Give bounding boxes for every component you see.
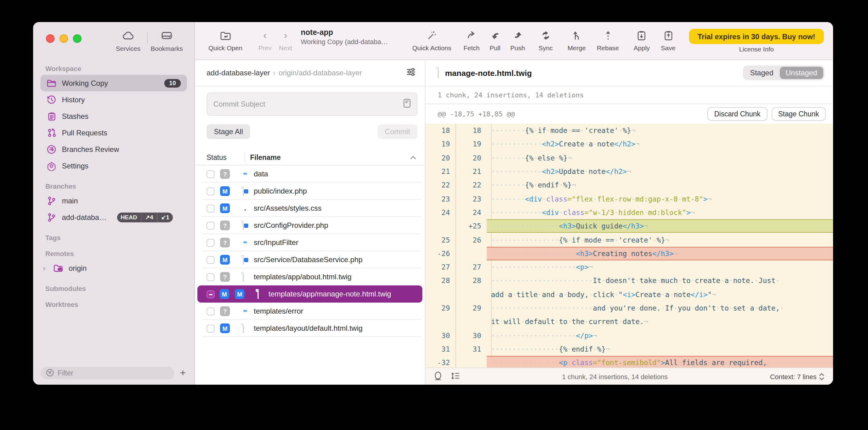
staged-tab[interactable]: Staged [744, 67, 779, 79]
add-repository-button[interactable]: + [179, 368, 187, 378]
status-badge: ? [220, 306, 230, 316]
diff-line[interactable]: add·a·title·and·a·body,·click·"<i>Create… [426, 288, 833, 301]
prev-button[interactable]: ‹ Prev [258, 28, 272, 52]
stage-all-button[interactable]: Stage All [207, 124, 250, 139]
breadcrumb-branch[interactable]: add-database-layer [207, 69, 270, 77]
line-height-icon[interactable] [451, 371, 460, 382]
sidebar-item-main[interactable]: main [40, 192, 187, 209]
file-row[interactable]: Mpublic/index.php [195, 183, 425, 200]
stage-checkbox[interactable] [207, 239, 215, 246]
save-button[interactable]: Save [661, 28, 676, 52]
quick-open-button[interactable]: Quick Open [209, 28, 242, 52]
services-button[interactable]: Services [110, 31, 146, 52]
diff-line[interactable]: 3030····················</p>¬ [426, 329, 833, 342]
disclosure-chevron-icon[interactable]: › [43, 264, 48, 272]
trial-banner-button[interactable]: Trial expires in 30 days. Buy now! [689, 29, 824, 44]
diff-line[interactable]: 2828························It·doesn't·t… [426, 274, 833, 288]
stage-chunk-button[interactable]: Stage Chunk [771, 107, 826, 121]
status-column-header[interactable]: Status [207, 154, 245, 161]
sidebar-item-settings[interactable]: Settings [40, 158, 187, 174]
diff-line[interactable]: it·will·default·to·the·current·date.¬ [426, 315, 833, 329]
filter-input[interactable]: Filter [40, 367, 174, 379]
sidebar-item-history[interactable]: History [40, 91, 187, 108]
file-row[interactable]: MMtemplates/app/manage-note.html.twig [197, 286, 422, 303]
stage-checkbox[interactable] [207, 222, 215, 229]
save-stash-icon [663, 28, 673, 43]
diff-body[interactable]: 1818········{%·if·mode·==·'create'·%}¬19… [426, 124, 833, 367]
diff-line[interactable]: +25················<h3>Quick·guide</h3>¬ [426, 219, 833, 233]
push-icon [512, 28, 523, 43]
rebase-button[interactable]: Rebase [597, 28, 619, 52]
stage-checkbox[interactable] [207, 273, 215, 281]
whitespace-toggle-icon[interactable] [434, 371, 442, 382]
php-file-icon [242, 187, 244, 195]
push-label: Push [510, 44, 525, 52]
sidebar-item-add-databa-[interactable]: add-databa…HEAD↗4↙1 [40, 209, 187, 225]
commit-button[interactable]: Commit [377, 124, 417, 139]
file-row[interactable]: ?data [195, 165, 425, 183]
file-row[interactable]: ?src/ConfigProvider.php [195, 217, 425, 234]
diff-line[interactable]: 2424············<div·class="w-1/3·hidden… [426, 206, 833, 220]
diff-code: ························It·doesn't·take·… [487, 274, 833, 288]
discard-chunk-button[interactable]: Discard Chunk [707, 107, 767, 121]
bookmarks-button[interactable]: Bookmarks [149, 31, 185, 52]
view-options-button[interactable] [406, 67, 416, 78]
diff-line[interactable]: 1818········{%·if·mode·==·'create'·%}¬ [426, 124, 833, 137]
stage-checkbox[interactable] [207, 290, 215, 298]
sidebar-item-branches-review[interactable]: Branches Review [40, 141, 187, 158]
diff-line[interactable]: 2727····················<p>¬ [426, 260, 833, 274]
file-row[interactable]: ?templates/app/about.html.twig [195, 268, 425, 286]
next-button[interactable]: › Next [279, 28, 292, 52]
old-line-number: 19 [426, 140, 450, 148]
diff-line[interactable]: 1919············<h2>Create·a·note</h2>¬ [426, 137, 833, 151]
minimize-window-button[interactable] [59, 34, 68, 43]
stage-checkbox[interactable] [207, 187, 215, 195]
status-badge: M [235, 289, 245, 299]
filename-column-header[interactable]: Filename [250, 154, 281, 161]
pull-button[interactable]: Pull [490, 28, 500, 52]
collapse-chevron-icon[interactable] [410, 154, 416, 161]
diff-line[interactable]: -32················<p·class="font-semibo… [426, 356, 833, 367]
sidebar-item-origin[interactable]: ›origin [40, 260, 187, 276]
file-row[interactable]: ?templates/error [195, 303, 425, 320]
breadcrumb-upstream[interactable]: origin/add-database-layer [279, 69, 403, 77]
stage-checkbox[interactable] [207, 324, 215, 332]
file-row[interactable]: ?src/InputFilter [195, 234, 425, 251]
fetch-button[interactable]: Fetch [464, 28, 480, 52]
file-row[interactable]: Msrc/Assets/styles.css [195, 200, 425, 217]
folder-icon [46, 78, 56, 88]
diff-line[interactable]: -26····················<h3>Creating·note… [426, 246, 833, 260]
stage-checkbox[interactable] [207, 307, 215, 315]
diff-line[interactable]: 2526················{%·if·mode·==·'creat… [426, 233, 833, 247]
diff-header: manage-note.html.twig Staged Unstaged [426, 60, 833, 86]
unstaged-tab[interactable]: Unstaged [779, 67, 823, 79]
file-row[interactable]: Mtemplates/layout/default.html.twig [195, 320, 425, 337]
diff-line[interactable]: 2929························and·you're·d… [426, 301, 833, 315]
stage-checkbox[interactable] [207, 170, 215, 178]
quick-actions-button[interactable]: Quick Actions [412, 28, 451, 52]
merge-label: Merge [568, 44, 586, 52]
file-row[interactable]: Msrc/Service/DatabaseService.php [195, 251, 425, 268]
push-button[interactable]: Push [510, 28, 525, 52]
sidebar-item-pull-requests[interactable]: Pull Requests [40, 124, 187, 141]
sidebar-section-header-remotes: Remotes [33, 250, 194, 257]
zoom-window-button[interactable] [73, 34, 82, 43]
stage-checkbox[interactable] [207, 204, 215, 212]
commit-subject-input[interactable]: Commit Subject [207, 93, 417, 116]
sidebar-item-working-copy[interactable]: Working Copy10 [40, 75, 187, 91]
context-stepper[interactable] [819, 373, 825, 380]
sidebar-section-header-workspace: Workspace [33, 65, 194, 72]
diff-line[interactable]: 2121············<h2>Update·note</h2>¬ [426, 165, 833, 178]
diff-line[interactable]: 3131················{%·endif·%}¬ [426, 342, 833, 356]
diff-line[interactable]: 2323········<div·class="flex·flex-row·md… [426, 192, 833, 206]
diff-line[interactable]: 2222········{%·endif·%}¬ [426, 178, 833, 192]
sync-button[interactable]: Sync [538, 28, 553, 52]
merge-button[interactable]: Merge [568, 28, 586, 52]
close-window-button[interactable] [46, 34, 55, 43]
diff-line[interactable]: 2020········{%·else·%}¬ [426, 151, 833, 165]
new-line-number: 30 [450, 331, 481, 340]
stage-checkbox[interactable] [207, 256, 215, 264]
apply-button[interactable]: Apply [634, 28, 650, 52]
commit-actions: Stage All Commit [207, 124, 417, 139]
sidebar-item-stashes[interactable]: Stashes [40, 108, 187, 124]
